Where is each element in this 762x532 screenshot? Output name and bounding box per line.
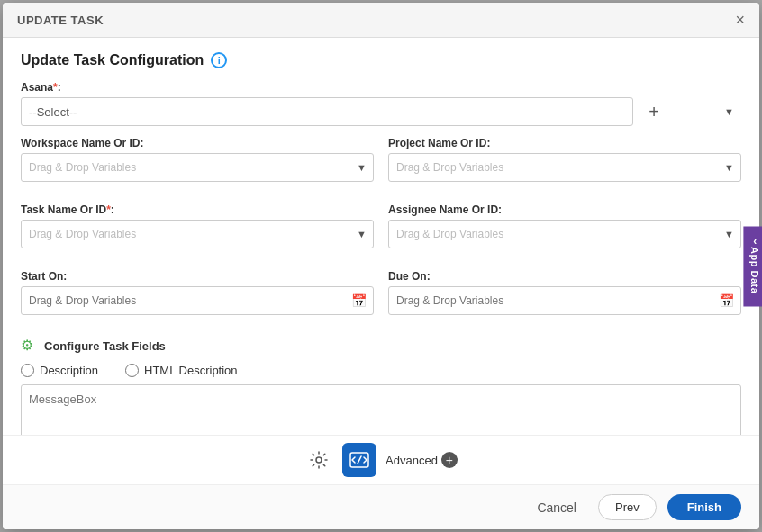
modal-container: UPDATE TASK × Update Task Configuration … xyxy=(3,3,759,529)
project-label: Project Name Or ID: xyxy=(388,137,741,149)
dueon-date-wrapper: 📅 xyxy=(388,286,741,315)
settings-icon-button[interactable] xyxy=(304,446,333,474)
dueon-field-group: Due On: 📅 xyxy=(388,270,741,315)
advanced-plus-button[interactable]: + xyxy=(441,452,458,468)
close-button[interactable]: × xyxy=(735,12,745,28)
finish-button[interactable]: Finish xyxy=(667,494,741,520)
configure-gear-icon: ⚙ xyxy=(21,337,39,355)
workspace-label: Workspace Name Or ID: xyxy=(21,137,374,149)
dueon-input[interactable] xyxy=(388,286,741,315)
svg-line-2 xyxy=(358,456,361,464)
svg-point-0 xyxy=(316,457,322,463)
asana-select-wrapper: --Select-- ▼ + xyxy=(21,97,741,126)
taskname-assignee-row: Task Name Or ID*: Drag & Drop Variables … xyxy=(21,203,741,259)
message-box-textarea[interactable] xyxy=(21,384,741,435)
modal-title: UPDATE TASK xyxy=(17,14,104,27)
section-title-row: Update Task Configuration i xyxy=(21,52,741,68)
description-radio[interactable] xyxy=(21,364,34,377)
project-select[interactable]: Drag & Drop Variables xyxy=(388,153,741,182)
radio-group: Description HTML Description xyxy=(21,364,741,377)
assignee-label: Assignee Name Or ID: xyxy=(388,203,741,216)
taskname-dropdown-wrapper: Drag & Drop Variables ▼ xyxy=(21,220,374,248)
html-description-radio-label[interactable]: HTML Description xyxy=(125,364,238,377)
taskname-field-group: Task Name Or ID*: Drag & Drop Variables … xyxy=(21,203,374,248)
section-title-text: Update Task Configuration xyxy=(21,52,204,68)
settings-icon xyxy=(309,450,329,470)
configure-link[interactable]: Configure Task Fields xyxy=(44,339,166,353)
starton-date-wrapper: 📅 xyxy=(21,286,374,315)
assignee-field-group: Assignee Name Or ID: Drag & Drop Variabl… xyxy=(388,203,741,248)
workspace-field-group: Workspace Name Or ID: Drag & Drop Variab… xyxy=(21,137,374,182)
description-radio-label[interactable]: Description xyxy=(21,364,98,377)
app-data-chevron-icon: ‹ xyxy=(753,234,757,247)
cancel-button[interactable]: Cancel xyxy=(526,495,587,520)
dueon-label: Due On: xyxy=(388,270,741,283)
modal-body: Update Task Configuration i Asana*: --Se… xyxy=(3,38,759,435)
taskname-label: Task Name Or ID*: xyxy=(21,203,374,216)
workspace-dropdown-wrapper: Drag & Drop Variables ▼ xyxy=(21,153,374,182)
starton-input[interactable] xyxy=(21,286,374,315)
app-data-tab[interactable]: ‹ App Data xyxy=(744,226,762,306)
html-description-radio-text: HTML Description xyxy=(144,364,238,377)
workspace-select[interactable]: Drag & Drop Variables xyxy=(21,153,374,182)
configure-section: ⚙ Configure Task Fields xyxy=(21,337,741,355)
starton-field-group: Start On: 📅 xyxy=(21,270,374,315)
project-field-group: Project Name Or ID: Drag & Drop Variable… xyxy=(388,137,741,182)
dates-row: Start On: 📅 Due On: 📅 xyxy=(21,270,741,326)
asana-select-arrow-icon: ▼ xyxy=(724,106,734,117)
advanced-label: Advanced + xyxy=(386,452,458,468)
info-icon[interactable]: i xyxy=(211,52,227,68)
description-radio-text: Description xyxy=(40,364,98,377)
asana-label: Asana*: xyxy=(21,81,741,94)
advanced-actions-bar: Advanced + xyxy=(3,435,759,484)
prev-button[interactable]: Prev xyxy=(598,494,657,520)
modal-footer: Cancel Prev Finish xyxy=(3,484,759,529)
assignee-select[interactable]: Drag & Drop Variables xyxy=(388,220,741,248)
taskname-select[interactable]: Drag & Drop Variables xyxy=(21,220,374,248)
asana-field-group: Asana*: --Select-- ▼ + xyxy=(21,81,741,126)
asana-select[interactable]: --Select-- xyxy=(21,97,633,126)
workspace-project-row: Workspace Name Or ID: Drag & Drop Variab… xyxy=(21,137,741,193)
project-dropdown-wrapper: Drag & Drop Variables ▼ xyxy=(388,153,741,182)
asana-add-button[interactable]: + xyxy=(642,100,666,123)
starton-label: Start On: xyxy=(21,270,374,283)
app-data-label: App Data xyxy=(750,247,761,293)
code-icon xyxy=(349,452,369,468)
code-icon-button[interactable] xyxy=(342,443,376,477)
html-description-radio[interactable] xyxy=(125,364,139,377)
assignee-dropdown-wrapper: Drag & Drop Variables ▼ xyxy=(388,220,741,248)
modal-header: UPDATE TASK × xyxy=(3,3,759,38)
